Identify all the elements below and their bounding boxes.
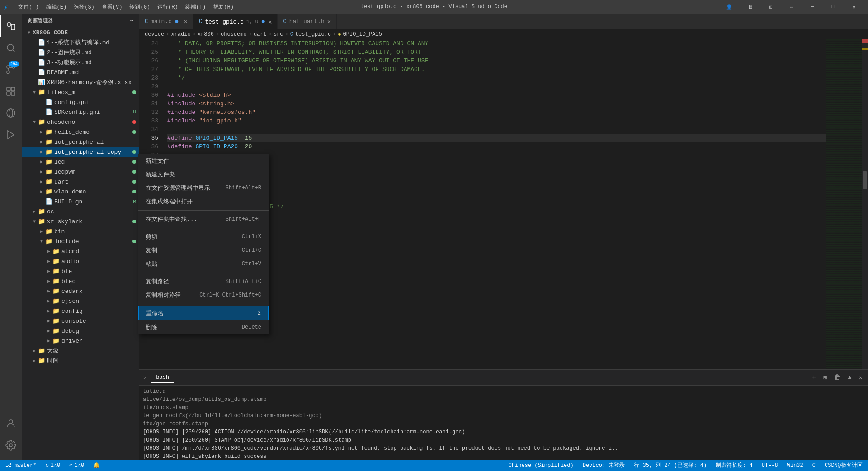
settings-icon[interactable] bbox=[0, 434, 22, 456]
bc-device[interactable]: device bbox=[145, 31, 164, 38]
list-item[interactable]: ▶ 📁 config bbox=[22, 306, 139, 316]
menu-view[interactable]: 查看(V) bbox=[98, 1, 126, 13]
list-item[interactable]: 📄 2--固件烧录.md bbox=[22, 47, 139, 57]
list-item[interactable]: 📄 3--功能展示.md bbox=[22, 57, 139, 67]
list-item[interactable]: ▶ 📁 console bbox=[22, 316, 139, 326]
list-item[interactable]: ▶ 📁 os bbox=[22, 207, 139, 217]
menu-select[interactable]: 选择(S) bbox=[70, 1, 98, 13]
status-encoding[interactable]: UTF-8 bbox=[760, 462, 780, 469]
list-item[interactable]: ▼ 📁 xr_skylark bbox=[22, 217, 139, 226]
sidebar-more-icon[interactable]: ⋯ bbox=[130, 18, 133, 24]
list-item[interactable]: ▶ 📁 bin bbox=[22, 226, 139, 236]
ctx-open-in-terminal[interactable]: 在集成终端中打开 bbox=[138, 195, 269, 208]
explorer-icon[interactable] bbox=[0, 15, 22, 37]
bc-xradio[interactable]: xradio bbox=[171, 31, 190, 38]
ctx-copy-path[interactable]: 复制路径 Shift+Alt+C bbox=[138, 275, 269, 288]
terminal-content[interactable]: tatic.a ative/lite/os_dump/utils_os_dump… bbox=[139, 386, 868, 460]
bc-src[interactable]: src bbox=[274, 31, 283, 38]
maximize-button[interactable]: □ bbox=[823, 0, 844, 14]
status-language-display[interactable]: Chinese (Simplified) bbox=[507, 462, 576, 469]
ctx-rename[interactable]: 重命名 F2 bbox=[138, 306, 269, 320]
bc-uart[interactable]: uart bbox=[254, 31, 267, 38]
bc-file[interactable]: test_gpio.c bbox=[295, 31, 331, 38]
ctx-show-in-explorer[interactable]: 在文件资源管理器中显示 Shift+Alt+R bbox=[138, 181, 269, 195]
list-item[interactable]: ▼ 📁 ohosdemo bbox=[22, 117, 139, 127]
more-icon[interactable]: ⋯ bbox=[781, 0, 802, 14]
close-terminal-icon[interactable]: ✕ bbox=[857, 373, 864, 382]
list-item[interactable]: ▶ 📁 cedarx bbox=[22, 286, 139, 296]
list-item[interactable]: ▶ 📁 driver bbox=[22, 336, 139, 346]
ctx-new-file[interactable]: 新建文件 bbox=[138, 154, 269, 168]
list-item[interactable]: 📄 config.gni bbox=[22, 97, 139, 107]
list-item[interactable]: 📄 1--系统下载与编译.md bbox=[22, 38, 139, 47]
menu-run[interactable]: 运行(R) bbox=[154, 1, 182, 13]
list-item[interactable]: ▶ 📁 hello_demo bbox=[22, 127, 139, 137]
status-tab-size[interactable]: 制表符长度: 4 bbox=[714, 462, 755, 469]
ctx-delete[interactable]: 删除 Delete bbox=[138, 320, 269, 334]
list-item[interactable]: ▶ 📁 audio bbox=[22, 256, 139, 266]
terminal-tab-bash[interactable]: bash bbox=[151, 372, 174, 383]
status-feedback[interactable]: CSDN@极客计区 bbox=[823, 462, 864, 469]
list-item[interactable]: ▶ 📁 cjson bbox=[22, 296, 139, 306]
tree-root[interactable]: ▼ XR806_CODE bbox=[22, 28, 139, 38]
extensions-icon[interactable] bbox=[0, 80, 22, 102]
account-icon[interactable]: 👤 bbox=[719, 0, 740, 14]
list-item[interactable]: ▶ 📁 ledpwm bbox=[22, 167, 139, 177]
list-item[interactable]: ▼ 📁 liteos_m bbox=[22, 87, 139, 97]
list-item[interactable]: 📄 SDKconfig.gni U bbox=[22, 107, 139, 117]
split-terminal-icon[interactable]: ⊞ bbox=[821, 373, 829, 382]
list-item[interactable]: ▶ 📁 ble bbox=[22, 266, 139, 276]
list-item[interactable]: ▶ 📁 wlan_demo bbox=[22, 187, 139, 197]
status-errors[interactable]: ⊘ 1△0 bbox=[67, 462, 86, 469]
maximize-terminal-icon[interactable]: ▲ bbox=[846, 373, 853, 382]
bc-ohosdemo[interactable]: ohosdemo bbox=[221, 31, 247, 38]
tab-close-icon[interactable]: ✕ bbox=[327, 18, 331, 25]
list-item[interactable]: 📄 BUILD.gn M bbox=[22, 197, 139, 207]
list-item[interactable]: ▶ 📁 atcmd bbox=[22, 246, 139, 256]
kill-terminal-icon[interactable]: 🗑 bbox=[832, 373, 842, 382]
list-item[interactable]: ▶ 📁 uart bbox=[22, 177, 139, 187]
status-sync[interactable]: ↻ 1△0 bbox=[43, 462, 62, 469]
tree-item-iot-peripheral-copy[interactable]: ▶ 📁 iot_peripheral copy bbox=[22, 147, 139, 157]
tab-close-icon[interactable]: ✕ bbox=[184, 18, 188, 25]
list-item[interactable]: 📄 README.md bbox=[22, 67, 139, 77]
status-file-type[interactable]: C bbox=[811, 462, 817, 469]
remote-icon[interactable]: 🖥 bbox=[740, 0, 760, 14]
tab-test-gpio-c[interactable]: C test_gpio.c 1, U ● ✕ bbox=[193, 14, 278, 29]
minimize-button[interactable]: ─ bbox=[802, 0, 823, 14]
ctx-cut[interactable]: 剪切 Ctrl+X bbox=[138, 230, 269, 244]
tab-hal-uart-h[interactable]: C hal_uart.h ✕ bbox=[278, 14, 337, 29]
ctx-paste[interactable]: 粘贴 Ctrl+V bbox=[138, 257, 269, 271]
sidebar-item-include[interactable]: ▼ 📁 include bbox=[22, 236, 139, 246]
menu-file[interactable]: 文件(F) bbox=[14, 1, 42, 13]
list-item[interactable]: ▶ 📁 大象 bbox=[22, 346, 139, 356]
close-button[interactable]: ✕ bbox=[844, 0, 864, 14]
search-icon[interactable] bbox=[0, 37, 22, 59]
list-item[interactable]: ▶ 📁 iot_peripheral bbox=[22, 137, 139, 147]
list-item[interactable]: ▶ 📁 led bbox=[22, 157, 139, 167]
status-eol[interactable]: Win32 bbox=[785, 462, 805, 469]
source-control-icon[interactable]: 294 bbox=[0, 59, 22, 80]
list-item[interactable]: ▶ 📁 时间 bbox=[22, 356, 139, 366]
ctx-new-folder[interactable]: 新建文件夹 bbox=[138, 168, 269, 181]
new-terminal-icon[interactable]: + bbox=[810, 373, 817, 382]
tab-close-icon[interactable]: ✕ bbox=[268, 18, 272, 26]
remote-explorer-icon[interactable] bbox=[0, 102, 22, 124]
list-item[interactable]: 📊 XR806-harmony-命令例.xlsx bbox=[22, 77, 139, 87]
run-debug-icon[interactable] bbox=[0, 124, 22, 146]
status-deveco[interactable]: DevEco: 未登录 bbox=[581, 462, 627, 469]
scroll-thumb[interactable] bbox=[863, 171, 867, 189]
list-item[interactable]: ▶ 📁 debug bbox=[22, 326, 139, 336]
status-position[interactable]: 行 35, 列 24 (已选择: 4) bbox=[632, 462, 708, 469]
menu-terminal[interactable]: 终端(T) bbox=[182, 1, 210, 13]
bc-symbol[interactable]: GPIO_ID_PA15 bbox=[343, 31, 382, 38]
menu-goto[interactable]: 转到(G) bbox=[126, 1, 154, 13]
ctx-find-in-folder[interactable]: 在文件夹中查找... Shift+Alt+F bbox=[138, 212, 269, 226]
tab-main-c[interactable]: C main.c ● ✕ bbox=[139, 14, 193, 29]
list-item[interactable]: ▶ 📁 blec bbox=[22, 276, 139, 286]
layout-icon[interactable]: ⊞ bbox=[760, 0, 781, 14]
menu-help[interactable]: 帮助(H) bbox=[209, 1, 237, 13]
status-bell[interactable]: 🔔 bbox=[91, 462, 102, 469]
status-branch[interactable]: ⎇ master* bbox=[4, 462, 38, 469]
accounts-icon[interactable] bbox=[0, 413, 22, 434]
